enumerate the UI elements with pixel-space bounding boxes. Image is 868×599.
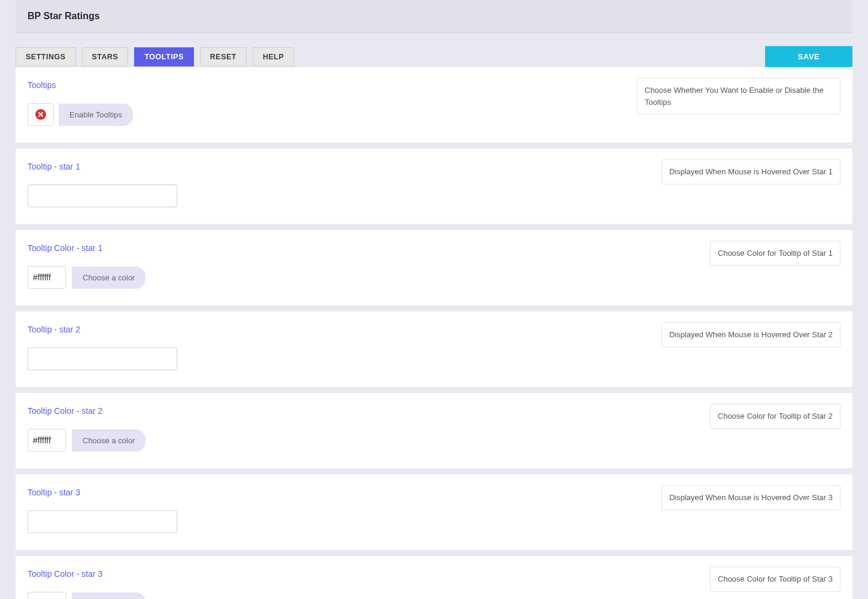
choose-color-star1-button[interactable]: Choose a color: [72, 267, 145, 289]
help-text-color-star2: Choose Color for Tooltip of Star 2: [710, 404, 840, 429]
tab-help[interactable]: HELP: [253, 47, 294, 66]
tab-settings[interactable]: SETTINGS: [16, 47, 76, 66]
help-text-star3: Displayed When Mouse is Hovered Over Sta…: [661, 485, 840, 510]
help-text-color-star1: Choose Color for Tooltip of Star 1: [710, 241, 840, 266]
disabled-icon: [35, 109, 46, 120]
color-row-star3: Choose a color: [28, 592, 840, 599]
tooltip-star2-input[interactable]: [28, 347, 177, 370]
tooltip-star1-input[interactable]: [28, 184, 177, 207]
panel-tooltip-star1: Displayed When Mouse is Hovered Over Sta…: [16, 149, 852, 224]
panel-tooltip-star2: Displayed When Mouse is Hovered Over Sta…: [16, 311, 852, 387]
panel-tooltip-color-star1: Choose Color for Tooltip of Star 1 Toolt…: [16, 230, 852, 305]
choose-color-star2-button[interactable]: Choose a color: [72, 429, 145, 452]
panel-tooltip-color-star3: Choose Color for Tooltip of Star 3 Toolt…: [16, 556, 852, 599]
tooltip-color-star2-input[interactable]: [28, 429, 66, 452]
save-button[interactable]: SAVE: [765, 46, 852, 67]
color-row-star1: Choose a color: [28, 266, 840, 289]
tabs: SETTINGS STARS TOOLTIPS RESET HELP: [16, 47, 759, 66]
tooltip-color-star1-input[interactable]: [28, 266, 66, 289]
help-text-star1: Displayed When Mouse is Hovered Over Sta…: [661, 159, 840, 184]
help-text-color-star3: Choose Color for Tooltip of Star 3: [710, 567, 840, 592]
help-text-tooltips: Choose Whether You Want to Enable or Dis…: [637, 78, 840, 114]
tooltips-toggle[interactable]: [28, 103, 54, 126]
tooltip-color-star3-input[interactable]: [28, 592, 66, 599]
page-title: BP Star Ratings: [28, 11, 840, 22]
color-row-star2: Choose a color: [28, 429, 840, 452]
enable-tooltips-button[interactable]: Enable Tooltips: [59, 104, 133, 126]
panel-tooltip-star3: Displayed When Mouse is Hovered Over Sta…: [16, 474, 852, 550]
tab-stars[interactable]: STARS: [82, 47, 129, 66]
choose-color-star3-button[interactable]: Choose a color: [72, 592, 145, 600]
tooltip-star3-input[interactable]: [28, 510, 177, 533]
help-text-star2: Displayed When Mouse is Hovered Over Sta…: [661, 322, 840, 347]
tab-reset[interactable]: RESET: [200, 47, 247, 66]
nav-row: SETTINGS STARS TOOLTIPS RESET HELP SAVE: [16, 33, 852, 67]
panel-tooltip-color-star2: Choose Color for Tooltip of Star 2 Toolt…: [16, 393, 852, 468]
tab-tooltips[interactable]: TOOLTIPS: [134, 47, 193, 66]
page-header: BP Star Ratings: [16, 0, 852, 33]
panel-tooltips-enable: Choose Whether You Want to Enable or Dis…: [16, 67, 852, 143]
